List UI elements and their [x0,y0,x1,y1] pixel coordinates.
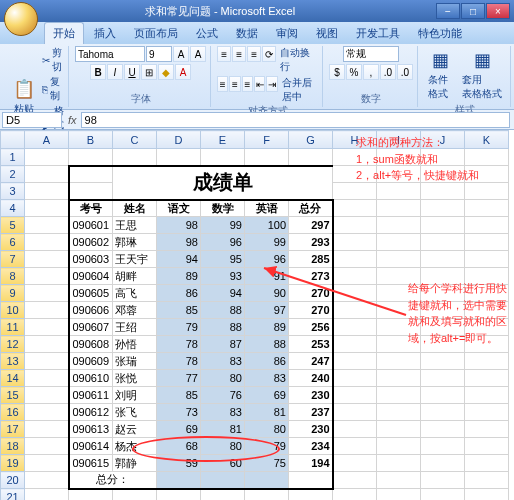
col-header[interactable]: D [157,131,201,149]
cell[interactable]: 85 [157,387,201,404]
cell[interactable]: 97 [245,302,289,319]
name-box[interactable] [2,112,62,128]
cell[interactable]: 78 [157,353,201,370]
font-size-select[interactable] [146,46,172,62]
cell[interactable]: 张飞 [113,404,157,421]
cell[interactable]: 297 [289,217,333,234]
cell[interactable]: 98 [157,217,201,234]
cell[interactable]: 230 [289,421,333,438]
fx-icon[interactable]: fx [64,114,81,126]
maximize-button[interactable]: □ [461,3,485,19]
cell[interactable]: 99 [201,217,245,234]
cell[interactable]: 090612 [69,404,113,421]
cell[interactable]: 270 [289,285,333,302]
close-button[interactable]: × [486,3,510,19]
tab-view[interactable]: 视图 [308,23,346,44]
cell[interactable]: 60 [201,455,245,472]
align-left-button[interactable]: ≡ [217,76,228,92]
cell[interactable]: 郭琳 [113,234,157,251]
cell[interactable]: 孙悟 [113,336,157,353]
cell[interactable]: 80 [201,438,245,455]
inc-decimal-button[interactable]: .0 [380,64,396,80]
cell[interactable]: 194 [289,455,333,472]
dec-decimal-button[interactable]: .0 [397,64,413,80]
align-top-button[interactable]: ≡ [217,46,231,62]
cell[interactable]: 张悦 [113,370,157,387]
border-button[interactable]: ⊞ [141,64,157,80]
cell[interactable]: 83 [201,353,245,370]
col-header[interactable]: B [69,131,113,149]
cell[interactable]: 95 [201,251,245,268]
cell[interactable]: 78 [157,336,201,353]
office-orb-button[interactable] [4,2,38,36]
worksheet-grid[interactable]: ABCDEFGHIJK12成绩单34考号姓名语文数学英语总分5090601王思9… [0,130,514,500]
cell[interactable]: 247 [289,353,333,370]
cell[interactable]: 100 [245,217,289,234]
cell[interactable]: 王思 [113,217,157,234]
cell[interactable]: 270 [289,302,333,319]
cell[interactable]: 253 [289,336,333,353]
cell[interactable]: 邓蓉 [113,302,157,319]
cell[interactable]: 94 [201,285,245,302]
cell[interactable]: 王天宇 [113,251,157,268]
cell[interactable]: 090606 [69,302,113,319]
cell[interactable]: 59 [157,455,201,472]
cell[interactable]: 090603 [69,251,113,268]
tab-home[interactable]: 开始 [44,22,84,44]
comma-button[interactable]: , [363,64,379,80]
shrink-font-button[interactable]: A [190,46,206,62]
cell[interactable]: 79 [245,438,289,455]
tab-data[interactable]: 数据 [228,23,266,44]
cut-button[interactable]: ✂ 剪切 [42,46,64,74]
cell[interactable]: 85 [157,302,201,319]
cell[interactable]: 王绍 [113,319,157,336]
cell[interactable]: 郭静 [113,455,157,472]
cell[interactable]: 240 [289,370,333,387]
cell[interactable]: 090605 [69,285,113,302]
cell[interactable]: 89 [245,319,289,336]
cell[interactable]: 91 [245,268,289,285]
cell[interactable]: 69 [157,421,201,438]
cell[interactable]: 杨杰 [113,438,157,455]
tab-special[interactable]: 特色功能 [410,23,470,44]
col-header[interactable]: F [245,131,289,149]
cell[interactable]: 83 [245,370,289,387]
cell[interactable]: 81 [201,421,245,438]
minimize-button[interactable]: − [436,3,460,19]
cell[interactable]: 79 [157,319,201,336]
cell[interactable]: 86 [245,353,289,370]
cell[interactable]: 93 [201,268,245,285]
cell[interactable]: 88 [201,319,245,336]
align-center-button[interactable]: ≡ [229,76,240,92]
cell[interactable]: 090610 [69,370,113,387]
cell[interactable]: 96 [245,251,289,268]
cell[interactable]: 76 [201,387,245,404]
cell[interactable]: 69 [245,387,289,404]
grow-font-button[interactable]: A [173,46,189,62]
cell[interactable]: 赵云 [113,421,157,438]
tab-formulas[interactable]: 公式 [188,23,226,44]
indent-dec-button[interactable]: ⇤ [254,76,265,92]
tab-insert[interactable]: 插入 [86,23,124,44]
row-header[interactable]: 1 [1,149,25,166]
cell[interactable]: 刘明 [113,387,157,404]
cell[interactable]: 090613 [69,421,113,438]
cell[interactable]: 090611 [69,387,113,404]
tab-dev[interactable]: 开发工具 [348,23,408,44]
cell[interactable]: 98 [157,234,201,251]
cell[interactable]: 090602 [69,234,113,251]
cell[interactable]: 87 [201,336,245,353]
font-color-button[interactable]: A [175,64,191,80]
cond-format-button[interactable]: ▦条件格式 [424,46,456,103]
cell[interactable]: 86 [157,285,201,302]
underline-button[interactable]: U [124,64,140,80]
cell[interactable]: 80 [245,421,289,438]
cell[interactable]: 090601 [69,217,113,234]
cell[interactable]: 090614 [69,438,113,455]
number-format-select[interactable] [343,46,399,62]
cell[interactable]: 80 [201,370,245,387]
tab-review[interactable]: 审阅 [268,23,306,44]
cell[interactable]: 256 [289,319,333,336]
wrap-button[interactable]: 自动换行 [277,46,318,74]
cell[interactable]: 张瑞 [113,353,157,370]
